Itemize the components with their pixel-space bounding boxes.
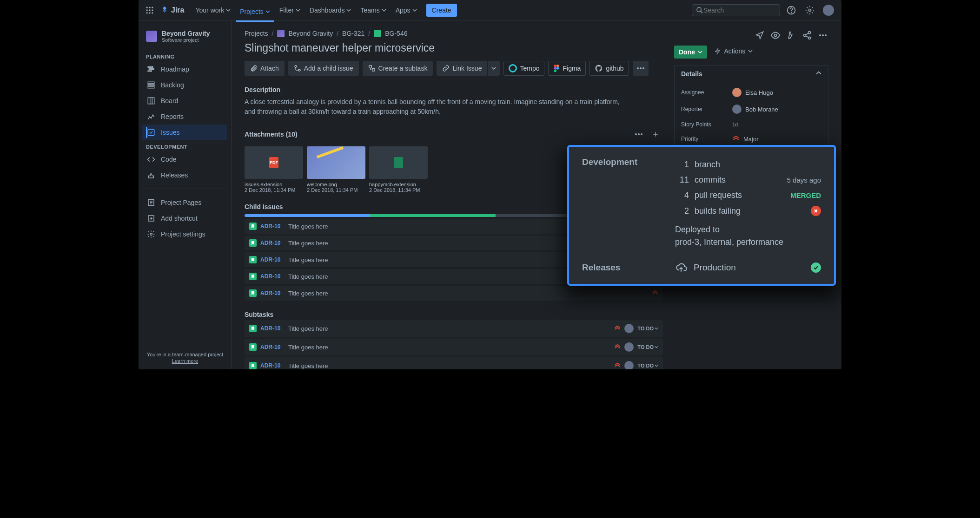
sidebar-item-board[interactable]: Board bbox=[142, 93, 227, 109]
sidebar-item-releases[interactable]: Releases bbox=[142, 167, 227, 183]
attach-button[interactable]: Attach bbox=[245, 61, 285, 76]
issue-key[interactable]: ADR-10 bbox=[260, 290, 284, 296]
create-button[interactable]: Create bbox=[426, 4, 457, 17]
detail-priority[interactable]: Priority Major bbox=[681, 131, 821, 146]
subtask-row[interactable]: ADR-10 Title goes here TO DO bbox=[245, 357, 663, 369]
issue-key[interactable]: ADR-10 bbox=[260, 223, 284, 229]
integration-tempo[interactable]: Tempo bbox=[503, 61, 544, 76]
svg-point-46 bbox=[825, 34, 827, 36]
sidebar-item-project-settings[interactable]: Project settings bbox=[142, 226, 227, 242]
add-child-button[interactable]: Add a child issue bbox=[288, 61, 359, 76]
detail-story-points[interactable]: Story Points 1d bbox=[681, 118, 821, 131]
nav-apps[interactable]: Apps bbox=[392, 4, 421, 17]
dev-prs-row[interactable]: 4 pull requests MERGED bbox=[675, 188, 821, 203]
sidebar-item-roadmap[interactable]: Roadmap bbox=[142, 61, 227, 77]
link-issue-button[interactable]: Link Issue bbox=[437, 61, 487, 76]
share-icon[interactable] bbox=[801, 30, 813, 41]
sidebar-item-issues[interactable]: Issues bbox=[142, 125, 227, 140]
crumb-projects[interactable]: Projects bbox=[245, 30, 268, 37]
status-dropdown[interactable]: TO DO bbox=[637, 363, 658, 368]
detail-reporter[interactable]: Reporter Bob Morane bbox=[681, 101, 821, 118]
status-dropdown[interactable]: TO DO bbox=[637, 326, 658, 331]
description-text[interactable]: A close terrestrial analogy is provided … bbox=[245, 97, 626, 117]
subtask-row[interactable]: ADR-10 Title goes here TO DO bbox=[245, 339, 663, 355]
issue-key[interactable]: ADR-10 bbox=[260, 240, 284, 246]
assignee-avatar[interactable] bbox=[624, 361, 634, 369]
integration-figma[interactable]: Figma bbox=[548, 61, 586, 76]
dev-branch-row[interactable]: 1 branch bbox=[675, 157, 821, 172]
details-header[interactable]: Details bbox=[675, 66, 828, 82]
subtask-row[interactable]: ADR-10 Title goes here TO DO bbox=[245, 320, 663, 337]
dev-deployed-row[interactable]: Deployed to prod-3, Internal, performanc… bbox=[675, 219, 821, 251]
crumb-parent-key[interactable]: BG-321 bbox=[342, 30, 364, 37]
assignee-avatar[interactable] bbox=[624, 342, 634, 352]
nav-dashboards[interactable]: Dashboards bbox=[306, 4, 355, 17]
detail-assignee[interactable]: Assignee Elsa Hugo bbox=[681, 84, 821, 101]
profile-avatar[interactable] bbox=[821, 3, 836, 18]
attachment-item[interactable]: welcome.png 2 Dec 2018, 11:34 PM bbox=[307, 146, 365, 193]
more-header-icon[interactable] bbox=[817, 30, 828, 41]
project-header[interactable]: Beyond Gravity Software project bbox=[142, 30, 227, 50]
issue-title[interactable]: Slingshot maneuver helper microservice bbox=[245, 42, 663, 54]
attachment-item[interactable]: PDF issues.extension 2 Dec 2018, 11:34 P… bbox=[245, 146, 303, 193]
attachments-add-icon[interactable] bbox=[648, 127, 663, 142]
svg-point-34 bbox=[637, 67, 639, 69]
issue-key[interactable]: ADR-10 bbox=[260, 325, 284, 332]
svg-rect-14 bbox=[149, 69, 154, 70]
nav-your-work[interactable]: Your work bbox=[192, 4, 234, 17]
svg-rect-20 bbox=[148, 129, 154, 136]
jira-logo[interactable]: Jira bbox=[160, 6, 184, 15]
dev-builds-row[interactable]: 2 builds failing bbox=[675, 203, 821, 219]
settings-icon[interactable] bbox=[802, 3, 817, 18]
merged-badge: MERGED bbox=[790, 191, 821, 199]
feedback-icon[interactable] bbox=[754, 30, 765, 41]
nav-filter[interactable]: Filter bbox=[276, 4, 304, 17]
issue-summary: Title goes here bbox=[288, 290, 328, 297]
app-switcher-icon[interactable] bbox=[144, 5, 155, 16]
cloud-upload-icon bbox=[675, 262, 687, 274]
sidebar-item-project-pages[interactable]: Project Pages bbox=[142, 195, 227, 210]
child-issue-row[interactable]: ADR-10 Title goes here bbox=[245, 286, 663, 301]
issue-summary: Title goes here bbox=[288, 344, 328, 351]
status-dropdown[interactable]: Done bbox=[674, 46, 707, 59]
attachments-more-icon[interactable] bbox=[631, 127, 646, 142]
search-box[interactable] bbox=[692, 4, 780, 16]
build-fail-icon bbox=[811, 206, 821, 216]
create-subtask-button[interactable]: Create a subtask bbox=[363, 61, 433, 76]
integration-github[interactable]: github bbox=[589, 61, 629, 76]
details-panel: Details Assignee Elsa Hugo Reporter Bob … bbox=[674, 65, 828, 153]
release-success-icon bbox=[811, 262, 821, 273]
issue-key[interactable]: ADR-10 bbox=[260, 256, 284, 263]
dev-commits-row[interactable]: 11 commits 5 days ago bbox=[675, 172, 821, 188]
issue-key[interactable]: ADR-10 bbox=[260, 344, 284, 350]
svg-point-45 bbox=[822, 34, 824, 36]
nav-teams[interactable]: Teams bbox=[357, 4, 390, 17]
help-icon[interactable] bbox=[784, 3, 799, 18]
more-actions-button[interactable] bbox=[633, 61, 649, 76]
nav-projects[interactable]: Projects bbox=[236, 5, 274, 22]
sidebar-item-add-shortcut[interactable]: Add shortcut bbox=[142, 210, 227, 226]
logo-text: Jira bbox=[171, 6, 184, 14]
watch-icon[interactable] bbox=[770, 30, 781, 41]
search-input[interactable] bbox=[703, 7, 776, 14]
link-issue-dropdown[interactable] bbox=[488, 61, 500, 76]
vote-icon[interactable] bbox=[786, 30, 797, 41]
learn-more-link[interactable]: Learn more bbox=[139, 358, 232, 364]
svg-point-2 bbox=[152, 7, 153, 8]
crumb-issue-key[interactable]: BG-546 bbox=[385, 30, 407, 37]
actions-dropdown[interactable]: Actions bbox=[715, 47, 753, 55]
release-production-row[interactable]: Production bbox=[675, 262, 821, 274]
sidebar-item-reports[interactable]: Reports bbox=[142, 109, 227, 125]
issue-key[interactable]: ADR-10 bbox=[260, 362, 284, 369]
sidebar-item-backlog[interactable]: Backlog bbox=[142, 77, 227, 93]
svg-point-12 bbox=[809, 9, 811, 11]
sidebar-item-code[interactable]: Code bbox=[142, 151, 227, 167]
crumb-project[interactable]: Beyond Gravity bbox=[288, 30, 333, 37]
status-dropdown[interactable]: TO DO bbox=[637, 344, 658, 350]
priority-major-icon bbox=[732, 135, 740, 143]
story-icon bbox=[249, 362, 257, 369]
attachment-item[interactable]: happymcb.extension 2 Dec 2018, 11:34 PM bbox=[369, 146, 428, 193]
issue-key[interactable]: ADR-10 bbox=[260, 273, 284, 280]
issue-summary: Title goes here bbox=[288, 240, 328, 247]
assignee-avatar[interactable] bbox=[624, 324, 634, 333]
